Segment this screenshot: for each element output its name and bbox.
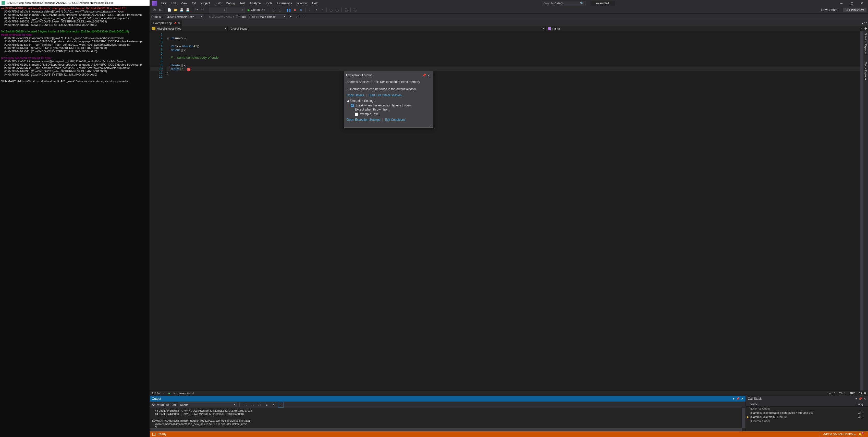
- redo-button[interactable]: ↷: [200, 7, 206, 13]
- output-wrap-button[interactable]: ≡: [264, 402, 269, 408]
- cs-col-name[interactable]: Name: [746, 403, 857, 406]
- code-editor[interactable]: 123456789101112 ⊟int main() { int *x = n…: [150, 31, 863, 391]
- process-dropdown[interactable]: [30008] example1.exe: [165, 14, 203, 20]
- member-scope-dropdown[interactable]: main(): [546, 26, 864, 31]
- minimize-button[interactable]: ─: [836, 0, 846, 6]
- new-button[interactable]: 📄: [166, 7, 172, 13]
- menu-git[interactable]: Git: [190, 1, 198, 6]
- split-editor-button[interactable]: ✚: [863, 26, 868, 31]
- output-pin-icon[interactable]: 📌: [736, 397, 740, 401]
- output-clear-button[interactable]: ✕: [271, 402, 276, 408]
- code-content[interactable]: ⊟int main() { int *x = new int[42]; dele…: [165, 31, 860, 391]
- issues-label[interactable]: No issues found: [174, 392, 194, 395]
- menu-view[interactable]: View: [178, 1, 190, 6]
- output-btn-2[interactable]: ⬚: [249, 402, 255, 408]
- error-icon[interactable]: [187, 68, 190, 71]
- flag-icon[interactable]: ⚑: [288, 14, 293, 20]
- maximize-button[interactable]: ▢: [846, 0, 857, 6]
- tab-example1-cpp[interactable]: example1.cpp 📌 ✕: [151, 21, 182, 26]
- dbg-btn-2[interactable]: ⬚: [277, 7, 282, 13]
- solution-explorer-tab[interactable]: Solution Explorer: [864, 33, 867, 54]
- exc-close-icon[interactable]: ✕: [426, 73, 431, 77]
- tab-dropdown-icon[interactable]: ▾: [862, 22, 863, 26]
- break-on-exception-checkbox[interactable]: Break when this exception type is thrown: [351, 104, 430, 107]
- output-source-dropdown[interactable]: Debug: [178, 402, 237, 407]
- dbg-loc-btn[interactable]: ⬚: [295, 14, 301, 20]
- nav-back-button[interactable]: ◁: [151, 7, 157, 13]
- open-button[interactable]: 📂: [173, 7, 178, 13]
- callstack-row[interactable]: [External Code]: [746, 407, 868, 411]
- output-vscroll[interactable]: [742, 408, 745, 428]
- output-dropdown-icon[interactable]: ▾: [733, 397, 735, 401]
- except-module-checkbox[interactable]: example1.exe: [355, 112, 430, 116]
- config-dropdown[interactable]: [209, 7, 227, 13]
- menu-window[interactable]: Window: [294, 1, 310, 6]
- pause-button[interactable]: ❚❚: [286, 7, 291, 13]
- menu-project[interactable]: Project: [198, 1, 212, 6]
- copy-details-link[interactable]: Copy Details: [347, 93, 364, 97]
- output-btn-4[interactable]: ⬚: [278, 402, 283, 408]
- console-output[interactable]: ==30008==ERROR: AddressSanitizer: attemp…: [0, 6, 150, 437]
- output-btn-3[interactable]: ⬚: [256, 402, 262, 408]
- notification-bell-icon[interactable]: 🔔2: [858, 432, 865, 436]
- menu-test[interactable]: Test: [237, 1, 248, 6]
- cs-col-lang[interactable]: Lang: [857, 403, 868, 406]
- tab-close-icon[interactable]: ✕: [178, 22, 180, 25]
- status-icon[interactable]: [152, 433, 155, 436]
- output-text[interactable]: #3 0x7ff9641d7033 (C:\WINDOWS\System32\K…: [150, 408, 745, 431]
- close-button[interactable]: ✕: [857, 0, 867, 6]
- dbg-btn-1[interactable]: ⬚: [271, 7, 276, 13]
- class-scope-dropdown[interactable]: (Global Scope): [228, 26, 546, 31]
- undo-button[interactable]: ↶: [194, 7, 199, 13]
- menu-file[interactable]: File: [159, 1, 168, 6]
- lineending-indicator[interactable]: CRLF: [859, 392, 866, 395]
- tab-fullscreen-icon[interactable]: ⛶: [864, 22, 867, 26]
- pin-icon[interactable]: 📌: [174, 22, 176, 25]
- step-out-button[interactable]: ↑: [319, 7, 325, 13]
- nav-fwd-button[interactable]: ▷: [157, 7, 163, 13]
- search-box[interactable]: Search (Ctrl+Q) 🔍: [542, 1, 586, 6]
- cs-pin-icon[interactable]: 📌: [859, 397, 862, 401]
- resize-grip-icon[interactable]: ⋰: [344, 124, 433, 127]
- zoom-dropdown-icon[interactable]: ▾: [163, 392, 165, 395]
- exception-popup-header[interactable]: Exception Thrown 📌 ✕: [344, 72, 433, 79]
- callstack-header[interactable]: Call Stack ▾ 📌 ✕: [746, 396, 868, 402]
- callstack-list[interactable]: [External Code]example1.exe!operator del…: [746, 407, 868, 431]
- menu-extensions[interactable]: Extensions: [275, 1, 294, 6]
- callstack-row[interactable]: example1.exe!operator delete[](void * pt…: [746, 411, 868, 415]
- start-liveshare-link[interactable]: Start Live Share session...: [369, 93, 404, 97]
- menu-help[interactable]: Help: [310, 1, 321, 6]
- output-btn-1[interactable]: ⬚: [242, 402, 248, 408]
- continue-button[interactable]: ▶ Continue ▾: [246, 7, 268, 13]
- editor-scrollbar[interactable]: [860, 31, 863, 391]
- dbg-loc-btn2[interactable]: ⬚: [302, 14, 308, 20]
- output-header[interactable]: Output ▾ 📌 ✕: [150, 396, 745, 402]
- exc-pin-icon[interactable]: 📌: [422, 73, 426, 77]
- saveall-button[interactable]: 💾: [185, 7, 190, 13]
- cs-dropdown-icon[interactable]: ▾: [856, 397, 857, 401]
- project-scope-dropdown[interactable]: Miscellaneous Files: [150, 26, 228, 31]
- restart-button[interactable]: ↻: [298, 7, 304, 13]
- step-over-button[interactable]: ↷: [313, 7, 319, 13]
- output-hscroll[interactable]: [150, 428, 742, 431]
- menu-analyze[interactable]: Analyze: [248, 1, 263, 6]
- dbg-btn-4[interactable]: ⬚: [334, 7, 340, 13]
- exception-settings-header[interactable]: ◢ Exception Settings: [347, 99, 430, 103]
- line-indicator[interactable]: Ln: 10: [828, 392, 836, 395]
- dbg-btn-5[interactable]: ⬚: [343, 7, 349, 13]
- zoom-level[interactable]: 111 %: [152, 392, 160, 395]
- col-indicator[interactable]: Ch: 1: [839, 392, 845, 395]
- callstack-row[interactable]: ▶example1.exe!main() Line 10C++: [746, 415, 868, 419]
- platform-dropdown[interactable]: [227, 7, 245, 13]
- add-source-control[interactable]: Add to Source Control ▴: [823, 432, 856, 436]
- open-exception-settings-link[interactable]: Open Exception Settings: [347, 118, 380, 122]
- thread-dropdown[interactable]: [28748] Main Thread: [248, 14, 286, 20]
- menu-build[interactable]: Build: [212, 1, 224, 6]
- menu-tools[interactable]: Tools: [263, 1, 275, 6]
- cs-close-icon[interactable]: ✕: [864, 397, 866, 401]
- upload-icon[interactable]: ↑: [819, 432, 821, 436]
- callstack-row[interactable]: [External Code]: [746, 419, 868, 423]
- step-into-button[interactable]: ↓: [307, 7, 313, 13]
- menu-debug[interactable]: Debug: [224, 1, 237, 6]
- dbg-btn-3[interactable]: ⬚: [328, 7, 334, 13]
